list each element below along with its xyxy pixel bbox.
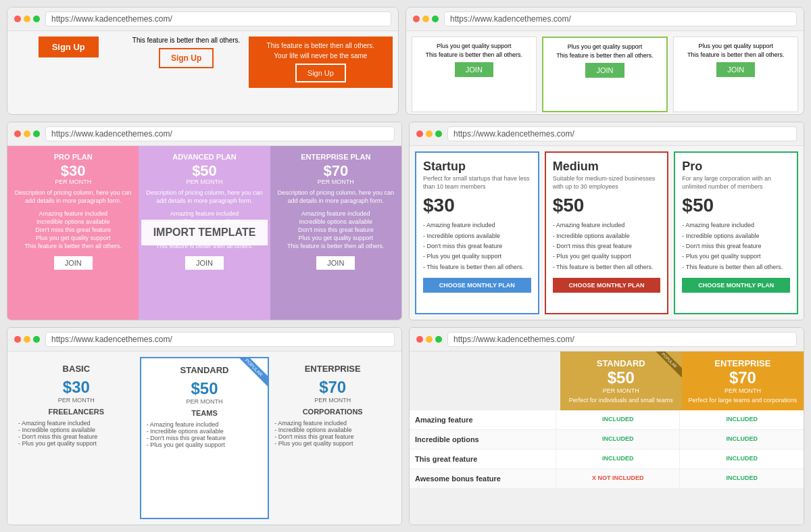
top-left-browser-bar: https://www.kadencethemes.com/	[7, 7, 398, 31]
join-card-1: Plus you get quality support This featur…	[412, 37, 537, 112]
panel-4: https://www.kadencethemes.com/ POPULAR S…	[409, 327, 804, 526]
pro-choose-btn[interactable]: CHOOSE MONTHLY PLAN	[682, 278, 790, 293]
pro-name: Pro	[682, 160, 790, 174]
plan-adv-join[interactable]: JOIN	[185, 256, 224, 270]
panel2-dots	[416, 130, 442, 137]
p1-dot-green	[33, 130, 40, 137]
signup-card-1: Sign Up	[13, 37, 124, 57]
standard-per: PER MONTH	[147, 398, 263, 405]
popular-badge: POPULAR	[235, 358, 268, 387]
th-enterprise-per: PER MONTH	[685, 387, 801, 394]
plan-ent-f3: Don't miss this great feature	[276, 226, 396, 233]
plan-adv-f1: Amazing feature included	[144, 210, 264, 217]
p3-dot-yellow	[24, 336, 30, 343]
standard-features: - Amazing feature included - Incredible …	[147, 421, 263, 448]
row3-enterprise: INCLUDED	[680, 469, 804, 488]
plan-ent-f1: Amazing feature included	[276, 210, 396, 217]
signup-card-3: This feature is better then all others. …	[249, 37, 393, 88]
pro-subtitle: For any large corporation with an unlimi…	[682, 175, 790, 191]
signup-btn-1[interactable]: Sign Up	[39, 37, 99, 57]
plan-enterprise: ENTERPRISE PLAN $70 PER MONTH Descriptio…	[270, 146, 401, 320]
enterprise-features: - Amazing feature included - Incredible …	[274, 420, 391, 447]
plan-pro-title: PRO PLAN	[13, 153, 133, 161]
plan-pro-desc: Description of pricing column, here you …	[13, 189, 133, 205]
plan-ent-desc: Description of pricing column, here you …	[276, 189, 396, 205]
signup-btn-2[interactable]: Sign Up	[159, 48, 214, 68]
bottom-grid: https://www.kadencethemes.com/ PRO PLAN …	[7, 122, 804, 525]
plan-ent-join[interactable]: JOIN	[316, 256, 355, 270]
panel-3: https://www.kadencethemes.com/ BASIC $30…	[7, 327, 402, 526]
plan-ent-f4: Plus you get quality support	[276, 235, 396, 241]
plan-ent-title: ENTERPRISE PLAN	[276, 153, 396, 161]
card3-feature1: This feature is better then all others.	[254, 42, 387, 49]
p4-dot-red	[416, 336, 423, 343]
panel1-url[interactable]: https://www.kadencethemes.com/	[45, 126, 395, 141]
row2-label: This great feature	[410, 450, 556, 468]
th-standard-per: PER MONTH	[563, 387, 679, 394]
pro-features: - Amazing feature included - Incredible …	[682, 220, 790, 272]
browser-dots	[14, 16, 40, 22]
row1-standard: INCLUDED	[556, 430, 681, 449]
p3-dot-red	[14, 336, 21, 343]
plan-adv-desc: Description of pricing column, here you …	[144, 189, 264, 205]
plan-ent-f5: This feature is better then all others.	[276, 243, 396, 249]
th-standard-desc: Perfect for individuals and small teams	[563, 397, 679, 404]
table-row-1: Incredible options INCLUDED INCLUDED	[410, 430, 804, 450]
medium-choose-btn[interactable]: CHOOSE MONTHLY PLAN	[553, 278, 661, 293]
table-header: POPULAR STANDARD $50 PER MONTH Perfect f…	[410, 352, 804, 410]
th-standard: POPULAR STANDARD $50 PER MONTH Perfect f…	[560, 352, 682, 410]
enterprise-col: ENTERPRISE $70 PER MONTH CORPORATIONS - …	[269, 357, 396, 520]
table-row-3: Awesome bonus feature X NOT INCLUDED INC…	[410, 469, 804, 489]
pro-card: Pro For any large corporation with an un…	[674, 151, 798, 314]
startup-features: - Amazing feature included - Incredible …	[423, 220, 531, 272]
row3-label: Awesome bonus feature	[410, 469, 556, 488]
plan-pro-f4: Plus you get quality support	[13, 235, 133, 241]
signup-btn-3[interactable]: Sign Up	[295, 64, 346, 82]
th-enterprise: ENTERPRISE $70 PER MONTH Perfect for lar…	[682, 352, 804, 410]
top-right-url[interactable]: https://www.kadencethemes.com/	[444, 11, 797, 26]
dot-green	[33, 16, 40, 22]
p2-dot-yellow	[426, 130, 433, 137]
standard-sub: TEAMS	[147, 409, 263, 417]
plan-ent-f2: Incredible options available	[276, 218, 396, 225]
panel4-url[interactable]: https://www.kadencethemes.com/	[447, 332, 797, 347]
p3-dot-green	[33, 336, 40, 343]
row0-standard: INCLUDED	[556, 410, 681, 429]
startup-choose-btn[interactable]: CHOOSE MONTHLY PLAN	[423, 278, 531, 293]
row0-label: Amazing feature	[410, 410, 556, 429]
import-overlay: IMPORT TEMPLATE	[141, 220, 268, 245]
plan-pro-join[interactable]: JOIN	[54, 256, 93, 270]
medium-features: - Amazing feature included - Incredible …	[553, 220, 661, 272]
join-card-3: Plus you get quality support This featur…	[673, 37, 798, 112]
top-right-browser: https://www.kadencethemes.com/ Plus you …	[406, 7, 804, 115]
join-card1-f2: This feature is better then all others.	[418, 51, 531, 58]
join-btn-1[interactable]: JOIN	[455, 62, 493, 77]
top-left-url[interactable]: https://www.kadencethemes.com/	[45, 11, 391, 26]
panel-1: https://www.kadencethemes.com/ PRO PLAN …	[7, 122, 402, 320]
join-card-2: Plus you get quality support This featur…	[542, 37, 668, 112]
standard-col: POPULAR STANDARD $50 PER MONTH TEAMS - A…	[140, 357, 270, 520]
panel1-dots	[14, 130, 40, 137]
p4-dot-green	[435, 336, 442, 343]
dot-yellow-r	[422, 16, 429, 22]
standard-popular-label: POPULAR	[652, 352, 681, 377]
panel2-bar: https://www.kadencethemes.com/	[410, 122, 804, 146]
plan-pro-price: $30	[13, 164, 133, 178]
join-btn-2[interactable]: JOIN	[585, 63, 624, 78]
panel2-url[interactable]: https://www.kadencethemes.com/	[447, 126, 797, 141]
enterprise-price: $70	[274, 378, 391, 397]
panel3-url[interactable]: https://www.kadencethemes.com/	[45, 332, 395, 347]
pro-price: $50	[682, 195, 790, 216]
th-enterprise-price: $70	[685, 368, 801, 387]
plan-pro-f3: Don't miss this great feature	[13, 226, 133, 233]
join-card3-f2: This feature is better then all others.	[679, 51, 792, 58]
medium-card: Medium Suitable for medium-sized busines…	[545, 151, 669, 314]
enterprise-per: PER MONTH	[274, 397, 391, 404]
startup-price: $30	[423, 195, 531, 216]
signup-card-2: This feature is better then all others. …	[130, 37, 241, 68]
panel3-bar: https://www.kadencethemes.com/	[7, 328, 401, 352]
plan-adv-title: ADVANCED PLAN	[144, 153, 264, 161]
basic-sub: FREELANCERS	[18, 408, 134, 416]
join-btn-3[interactable]: JOIN	[716, 62, 755, 77]
card2-feature: This feature is better then all others.	[130, 37, 241, 44]
